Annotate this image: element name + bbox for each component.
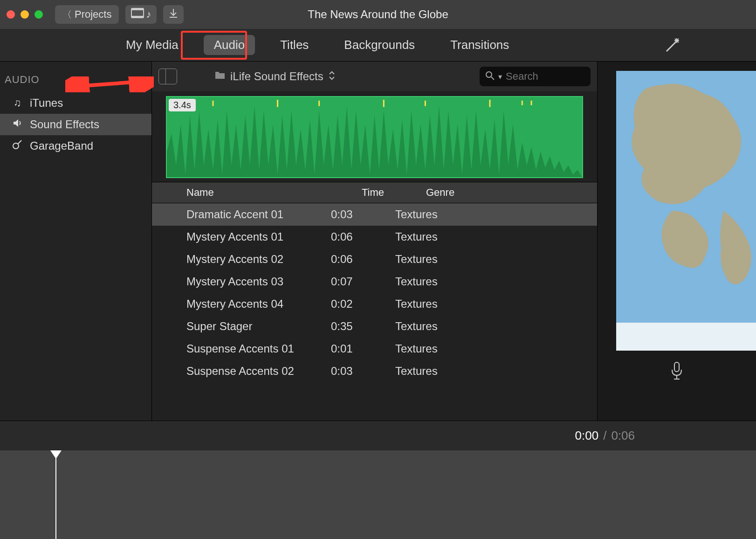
cell-genre: Textures: [393, 208, 504, 221]
search-input[interactable]: [506, 70, 585, 83]
library-tabbar: My Media Audio Titles Backgrounds Transi…: [0, 29, 756, 62]
cell-name: Suspense Accents 02: [152, 365, 329, 378]
cell-name: Mystery Accents 04: [152, 297, 329, 311]
browser-content: iLife Sound Effects ▾: [152, 62, 598, 421]
window-controls: [7, 10, 43, 19]
audio-sidebar: AUDIO ♫ iTunes Sound Effects GarageBand: [0, 62, 152, 421]
cell-name: Mystery Accents 01: [152, 230, 329, 243]
cell-name: Mystery Accents 03: [152, 275, 329, 288]
speaker-icon: [11, 118, 23, 131]
table-row[interactable]: Mystery Accents 010:06Textures: [152, 226, 597, 248]
media-library-button[interactable]: ♪: [125, 5, 157, 24]
cell-name: Dramatic Accent 01: [152, 208, 329, 221]
column-name[interactable]: Name: [185, 187, 362, 199]
svg-rect-21: [616, 323, 756, 351]
svg-line-8: [491, 77, 494, 80]
cell-time: 0:35: [329, 320, 393, 333]
table-row[interactable]: Mystery Accents 040:02Textures: [152, 293, 597, 315]
close-window-button[interactable]: [7, 10, 15, 19]
waveform-duration-badge: 3.4s: [169, 99, 196, 111]
back-label: Projects: [75, 8, 111, 21]
time-separator: /: [603, 428, 606, 443]
cell-genre: Textures: [393, 320, 504, 333]
tab-audio[interactable]: Audio: [204, 35, 255, 55]
tab-transitions[interactable]: Transitions: [440, 35, 519, 55]
sidebar-header: AUDIO: [0, 71, 151, 92]
sidebar-item-label: iTunes: [30, 97, 63, 110]
column-genre[interactable]: Genre: [426, 187, 537, 199]
sidebar-item-itunes[interactable]: ♫ iTunes: [0, 92, 151, 114]
titlebar: 〈 Projects ♪ The News Around the Globe: [0, 0, 756, 29]
time-current: 0:00: [575, 428, 599, 443]
sidebar-item-garageband[interactable]: GarageBand: [0, 135, 151, 157]
tab-titles[interactable]: Titles: [270, 35, 319, 55]
main-area: AUDIO ♫ iTunes Sound Effects GarageBand: [0, 62, 756, 421]
svg-rect-2: [131, 16, 144, 18]
cell-time: 0:03: [329, 365, 393, 378]
sidebar-item-label: Sound Effects: [30, 118, 99, 131]
cell-name: Mystery Accents 02: [152, 253, 329, 266]
music-note-small-icon: ♪: [146, 8, 151, 21]
updown-chevron-icon: [329, 71, 335, 83]
music-note-icon: ♫: [11, 97, 23, 109]
sidebar-toggle-button[interactable]: [158, 69, 177, 84]
search-icon: [485, 71, 495, 82]
sidebar-item-sound-effects[interactable]: Sound Effects: [0, 114, 151, 135]
cell-genre: Textures: [393, 342, 504, 355]
time-readout: 0:00 / 0:06: [0, 421, 756, 450]
table-row[interactable]: Suspense Accents 020:03Textures: [152, 360, 597, 382]
cell-name: Suspense Accents 01: [152, 342, 329, 355]
table-row[interactable]: Mystery Accents 030:07Textures: [152, 270, 597, 293]
import-button[interactable]: [163, 5, 184, 24]
folder-icon: [214, 70, 226, 83]
table-row[interactable]: Dramatic Accent 010:03Textures: [152, 203, 597, 226]
browser-toolbar: iLife Sound Effects ▾: [152, 62, 597, 91]
table-row[interactable]: Super Stager0:35Textures: [152, 315, 597, 338]
preview-viewer[interactable]: NORTH AMERICA: [616, 71, 756, 351]
svg-line-5: [18, 140, 21, 144]
sidebar-item-label: GarageBand: [30, 139, 93, 152]
tab-my-media[interactable]: My Media: [116, 35, 189, 55]
cell-time: 0:02: [329, 297, 393, 311]
cell-genre: Textures: [393, 365, 504, 378]
breadcrumb-label: iLife Sound Effects: [230, 70, 323, 83]
filmstrip-icon: [131, 8, 144, 21]
chevron-left-icon: 〈: [62, 8, 72, 21]
svg-rect-1: [131, 8, 144, 10]
table-row[interactable]: Suspense Accents 010:01Textures: [152, 338, 597, 360]
microphone-icon[interactable]: [670, 361, 684, 382]
cell-genre: Textures: [393, 297, 504, 311]
cell-time: 0:03: [329, 208, 393, 221]
cell-name: Super Stager: [152, 320, 329, 333]
cell-time: 0:06: [329, 230, 393, 243]
table-row[interactable]: Mystery Accents 020:06Textures: [152, 248, 597, 270]
cell-genre: Textures: [393, 230, 504, 243]
minimize-window-button[interactable]: [21, 10, 29, 19]
guitar-icon: [11, 139, 23, 152]
back-to-projects-button[interactable]: 〈 Projects: [55, 5, 119, 24]
preview-pane: NORTH AMERICA: [598, 62, 756, 421]
column-time[interactable]: Time: [362, 187, 426, 199]
cell-genre: Textures: [393, 275, 504, 288]
table-body: Dramatic Accent 010:03TexturesMystery Ac…: [152, 203, 597, 382]
library-breadcrumb[interactable]: iLife Sound Effects: [214, 70, 335, 83]
tab-backgrounds[interactable]: Backgrounds: [334, 35, 425, 55]
cell-time: 0:07: [329, 275, 393, 288]
svg-point-7: [486, 72, 492, 77]
chevron-down-icon: ▾: [498, 72, 502, 81]
timeline[interactable]: [0, 450, 756, 539]
cell-genre: Textures: [393, 253, 504, 266]
download-arrow-icon: [169, 8, 178, 21]
waveform-preview[interactable]: 3.4s: [166, 96, 583, 178]
svg-rect-22: [674, 362, 679, 372]
table-header: Name Time Genre: [152, 182, 597, 203]
search-field[interactable]: ▾: [480, 67, 591, 86]
cell-time: 0:01: [329, 342, 393, 355]
cell-time: 0:06: [329, 253, 393, 266]
zoom-window-button[interactable]: [34, 10, 43, 19]
time-total: 0:06: [611, 428, 635, 443]
magic-wand-icon[interactable]: [664, 36, 681, 56]
